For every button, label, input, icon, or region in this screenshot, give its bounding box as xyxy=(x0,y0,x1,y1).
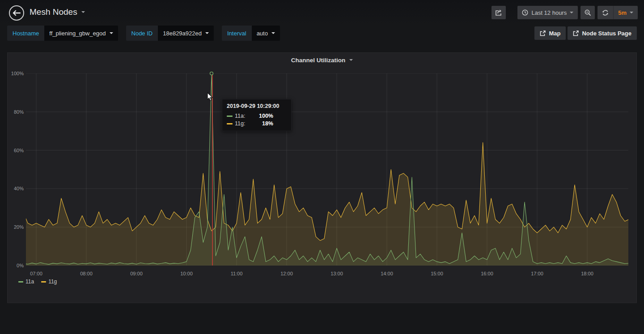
x-tick-label: 17:00 xyxy=(531,271,543,276)
interval-value: auto xyxy=(257,30,268,37)
panel-title-menu[interactable]: Channel Utilization xyxy=(8,53,636,67)
y-tick-label: 80% xyxy=(8,109,24,115)
map-link-label: Map xyxy=(549,30,560,37)
tooltip-timestamp: 2019-09-29 10:29:00 xyxy=(227,103,287,109)
legend-series-dash xyxy=(18,281,23,283)
node-status-page-label: Node Status Page xyxy=(582,30,631,37)
node-id-dropdown[interactable]: 18e829a922ed xyxy=(158,26,214,41)
hover-point-marker xyxy=(210,72,213,75)
top-navbar: Mesh Nodes Last 12 hours xyxy=(0,0,644,25)
y-tick-label: 100% xyxy=(8,71,24,76)
tooltip-series-row: 11g:18% xyxy=(227,120,287,127)
tooltip-series-value: 18% xyxy=(250,120,273,127)
chevron-down-icon xyxy=(110,32,113,34)
share-button[interactable] xyxy=(491,6,506,19)
refresh-controls: 5m xyxy=(597,6,638,19)
chevron-down-icon xyxy=(81,11,85,13)
external-link-icon xyxy=(573,30,579,36)
interval-label: Interval xyxy=(222,26,252,41)
chevron-down-icon xyxy=(205,32,209,34)
chevron-down-icon xyxy=(630,12,633,13)
clock-icon xyxy=(522,9,528,16)
y-tick-label: 0% xyxy=(8,263,24,268)
map-link-button[interactable]: Map xyxy=(534,26,566,40)
zoom-out-icon xyxy=(585,9,591,16)
x-tick-label: 13:00 xyxy=(330,271,343,276)
x-tick-label: 15:00 xyxy=(431,271,443,276)
x-tick-label: 14:00 xyxy=(381,271,393,276)
node-id-label: Node ID xyxy=(126,26,158,41)
y-tick-label: 40% xyxy=(8,186,24,191)
x-tick-label: 18:00 xyxy=(581,271,593,276)
chevron-down-icon xyxy=(349,59,353,61)
x-tick-label: 09:00 xyxy=(130,271,143,276)
tooltip-series-dash xyxy=(227,116,233,117)
x-tick-label: 08:00 xyxy=(80,271,93,276)
tooltip-series-label: 11a: xyxy=(235,113,250,119)
time-range-label: Last 12 hours xyxy=(531,9,567,16)
refresh-icon xyxy=(602,9,609,16)
hostname-variable: Hostname ff_pliening_gbw_egod xyxy=(7,26,118,41)
chevron-down-icon xyxy=(271,32,275,34)
share-icon xyxy=(495,9,502,16)
legend-item-11a[interactable]: 11a xyxy=(18,278,34,285)
refresh-interval-value: 5m xyxy=(618,9,627,16)
dashboard-title-text: Mesh Nodes xyxy=(30,7,77,17)
x-tick-label: 12:00 xyxy=(280,271,293,276)
hostname-dropdown[interactable]: ff_pliening_gbw_egod xyxy=(44,26,118,41)
channel-utilization-panel: Channel Utilization 0%20%40%60%80%100% 0… xyxy=(7,52,637,303)
legend-series-label: 11g xyxy=(48,278,57,285)
chart-plot-area[interactable] xyxy=(26,73,628,265)
legend-series-label: 11a xyxy=(25,278,34,285)
interval-dropdown[interactable]: auto xyxy=(252,26,280,41)
back-button[interactable] xyxy=(9,5,24,21)
node-id-value: 18e829a922ed xyxy=(163,30,202,37)
dashboard-title[interactable]: Mesh Nodes xyxy=(30,7,85,17)
x-tick-label: 11:00 xyxy=(231,271,243,276)
hostname-value: ff_pliening_gbw_egod xyxy=(49,30,106,37)
chart-legend: 11a11g xyxy=(18,278,57,285)
node-id-variable: Node ID 18e829a922ed xyxy=(126,26,214,41)
channel-utilization-chart[interactable] xyxy=(26,73,628,265)
tooltip-series-dash xyxy=(227,123,233,124)
y-tick-label: 20% xyxy=(8,224,24,230)
x-tick-label: 10:00 xyxy=(180,271,193,276)
mouse-cursor xyxy=(207,92,214,103)
tooltip-series-row: 11a:100% xyxy=(227,113,287,119)
legend-series-dash xyxy=(41,281,46,283)
y-tick-label: 60% xyxy=(8,148,24,153)
interval-variable: Interval auto xyxy=(222,26,280,41)
zoom-out-button[interactable] xyxy=(580,6,595,19)
time-range-picker[interactable]: Last 12 hours xyxy=(517,6,578,19)
chevron-down-icon xyxy=(570,12,573,13)
arrow-left-icon xyxy=(13,10,21,16)
refresh-button[interactable] xyxy=(597,6,613,19)
legend-item-11g[interactable]: 11g xyxy=(41,278,57,285)
refresh-interval-dropdown[interactable]: 5m xyxy=(614,6,638,19)
panel-title: Channel Utilization xyxy=(291,57,346,64)
x-tick-label: 07:00 xyxy=(30,271,42,276)
x-tick-label: 16:00 xyxy=(481,271,493,276)
chart-tooltip: 2019-09-29 10:29:00 11a:100%11g:18% xyxy=(222,99,292,131)
tooltip-series-label: 11g: xyxy=(235,120,250,127)
hostname-label: Hostname xyxy=(7,26,44,41)
template-variables-row: Hostname ff_pliening_gbw_egod Node ID 18… xyxy=(7,26,280,41)
external-link-icon xyxy=(540,30,546,36)
tooltip-series-value: 100% xyxy=(250,113,273,119)
node-status-page-button[interactable]: Node Status Page xyxy=(568,26,637,40)
